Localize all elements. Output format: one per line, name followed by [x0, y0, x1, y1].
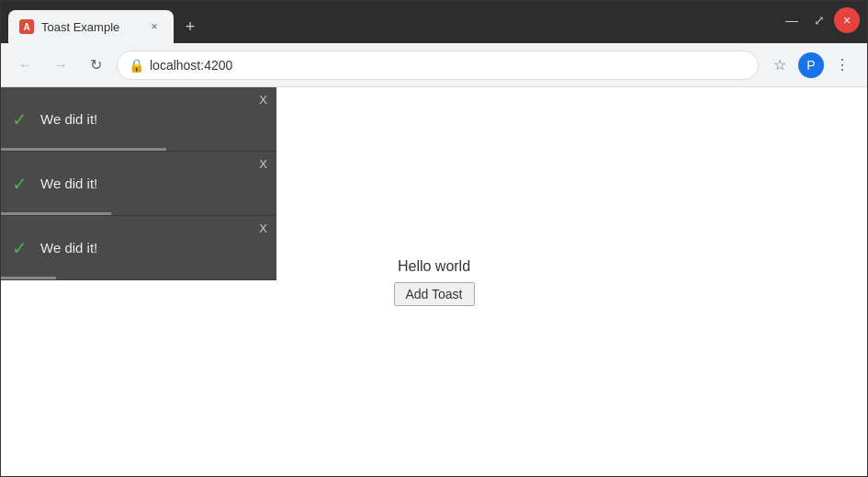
forward-button[interactable]: → [47, 51, 74, 79]
browser-tab[interactable]: A Toast Example × [8, 10, 174, 43]
check-icon-2: ✓ [12, 173, 28, 195]
toast-progress-2 [1, 212, 111, 215]
add-toast-button[interactable]: Add Toast [393, 282, 474, 306]
toast-1: ✓ We did it! X [1, 87, 276, 152]
profile-avatar: P [798, 52, 824, 78]
tab-favicon: A [19, 19, 34, 34]
toast-close-2[interactable]: X [259, 157, 267, 171]
title-bar: A Toast Example × + — ⤢ × [1, 1, 867, 43]
minimize-button[interactable]: — [779, 7, 805, 33]
profile-button[interactable]: P [797, 51, 825, 79]
toast-2: ✓ We did it! X [1, 152, 276, 216]
tab-close-button[interactable]: × [146, 18, 163, 35]
bookmark-button[interactable]: ☆ [766, 51, 794, 79]
address-text: localhost:4200 [150, 58, 747, 73]
window-controls: — ⤢ × [779, 7, 860, 33]
lock-icon: 🔒 [129, 58, 144, 73]
reload-button[interactable]: ↻ [82, 51, 109, 79]
page-content: ✓ We did it! X ✓ We did it! X ✓ We did i… [1, 87, 867, 476]
toast-message-1: We did it! [40, 111, 265, 127]
toast-progress-1 [1, 148, 166, 151]
toast-close-3[interactable]: X [259, 221, 267, 235]
check-icon-3: ✓ [12, 237, 28, 259]
toast-close-1[interactable]: X [259, 93, 267, 107]
nav-right-icons: ☆ P ⋮ [766, 51, 856, 79]
new-tab-button[interactable]: + [177, 14, 203, 40]
toast-message-3: We did it! [40, 240, 265, 256]
tab-area: A Toast Example × + [8, 1, 779, 43]
close-window-button[interactable]: × [834, 7, 860, 33]
address-bar[interactable]: 🔒 localhost:4200 [117, 51, 759, 80]
back-button[interactable]: ← [12, 51, 39, 79]
nav-bar: ← → ↻ 🔒 localhost:4200 ☆ P ⋮ [1, 43, 867, 87]
menu-button[interactable]: ⋮ [829, 51, 856, 79]
toast-3: ✓ We did it! X [1, 216, 276, 280]
toast-container: ✓ We did it! X ✓ We did it! X ✓ We did i… [1, 87, 276, 280]
toast-message-2: We did it! [40, 176, 265, 191]
hello-text: Hello world [398, 258, 470, 275]
toast-progress-3 [1, 277, 56, 279]
restore-button[interactable]: ⤢ [806, 7, 832, 33]
browser-window: A Toast Example × + — ⤢ × ← → ↻ 🔒 localh… [0, 0, 868, 477]
tab-title: Toast Example [41, 20, 139, 34]
center-content: Hello world Add Toast [393, 258, 474, 306]
check-icon-1: ✓ [12, 108, 28, 131]
